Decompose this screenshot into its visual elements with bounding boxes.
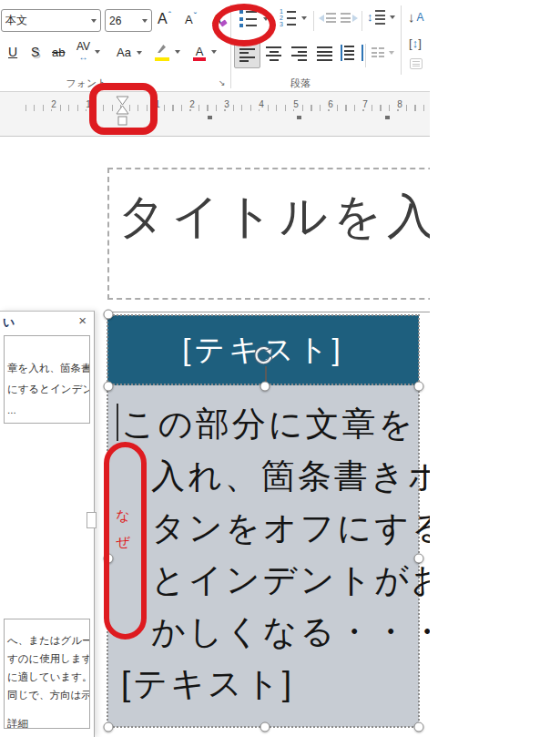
text-shadow-icon: S — [31, 45, 39, 59]
answer-box: へ、またはグループ分すのに使用します。に適しています。どの同じで、方向は示さ 詳… — [4, 619, 90, 729]
selection-handle[interactable] — [414, 554, 424, 564]
pane-text-line: 同じで、方向は示さ — [5, 686, 89, 704]
shrink-font-button[interactable]: Aˇ — [185, 13, 197, 26]
chevron-down-icon — [95, 50, 100, 54]
align-text-vertical-button[interactable]: [↕] — [409, 36, 422, 50]
increase-indent-button[interactable] — [341, 13, 358, 23]
justify-button[interactable] — [317, 46, 332, 61]
chevron-down-icon — [211, 50, 217, 54]
grow-font-icon: A — [158, 11, 168, 27]
selection-top-edge — [107, 312, 430, 312]
help-pane: い × 章を入れ、箇条書にするとインデントが... へ、またはグループ分すのに使… — [0, 311, 95, 737]
ruler-number: 4 — [257, 99, 266, 109]
numbered-list-button[interactable]: 123 — [280, 9, 307, 26]
distribute-text-button[interactable] — [341, 45, 363, 61]
change-case-icon: Aa — [117, 46, 131, 59]
strikethrough-button[interactable]: ab — [52, 46, 65, 59]
underline-button[interactable]: U — [8, 45, 17, 59]
decrease-indent-button[interactable] — [319, 13, 336, 23]
chevron-down-icon — [301, 16, 307, 20]
chevron-down-icon — [389, 51, 394, 55]
divider — [365, 44, 366, 67]
tab-stop-marker[interactable] — [208, 116, 212, 119]
font-dialog-launcher[interactable]: ↘ — [219, 78, 226, 87]
line-spacing-button[interactable]: ↕ — [367, 10, 395, 25]
title-placeholder-text: タイトルを入 — [117, 185, 430, 249]
change-case-button[interactable]: Aa — [117, 46, 142, 59]
character-spacing-icon: AV ↔ — [76, 42, 90, 62]
question-box[interactable]: 章を入れ、箇条書にするとインデントが... — [4, 335, 90, 424]
close-icon[interactable]: × — [78, 312, 87, 328]
pane-text-line: すのに使用します。 — [5, 650, 89, 668]
increase-indent-icon — [352, 15, 358, 22]
text-direction-button[interactable]: ↓ A — [408, 9, 424, 25]
tab-stop-marker[interactable] — [385, 116, 390, 119]
text-shadow-button[interactable]: S — [31, 45, 39, 59]
textbox-body-line: この部分に文章を — [121, 402, 415, 447]
align-left-icon — [239, 48, 255, 63]
chevron-down-icon — [175, 50, 180, 54]
help-pane-title: い — [3, 314, 15, 331]
screenshot-canvas: 本文 26 Aˆ Aˇ A 123 — [0, 0, 560, 737]
highlight-color-button[interactable] — [155, 44, 180, 60]
divider — [313, 11, 314, 31]
pane-text-line: に適しています。どの — [5, 668, 89, 686]
selection-handle[interactable] — [104, 722, 114, 732]
font-size-combobox[interactable]: 26 — [105, 9, 152, 32]
selection-handle[interactable] — [414, 722, 424, 732]
selection-handle[interactable] — [260, 382, 270, 392]
decrease-indent-icon — [319, 15, 324, 22]
selection-handle[interactable] — [104, 310, 114, 320]
annotation-naze-text: なぜ — [115, 502, 131, 555]
align-right-button[interactable] — [291, 46, 307, 61]
font-color-button[interactable]: A — [193, 43, 217, 60]
underline-icon: U — [8, 45, 17, 59]
text-cursor — [117, 404, 118, 441]
columns-button[interactable] — [372, 47, 394, 57]
divider — [401, 5, 402, 75]
pane-text-line: にするとインデントが — [5, 379, 89, 400]
selection-handle[interactable] — [104, 382, 114, 392]
ruler-number: 6 — [326, 99, 335, 109]
numbered-list-icon: 123 — [280, 9, 296, 26]
font-color-icon: A — [193, 43, 206, 60]
chevron-down-icon — [390, 15, 395, 19]
divider — [361, 11, 362, 31]
chevron-down-icon — [137, 51, 142, 55]
font-size-value: 26 — [109, 15, 121, 27]
more-details-link[interactable]: 詳細 — [5, 717, 89, 729]
textbox-body-line: タンをオフにする — [151, 506, 430, 551]
pane-text-line: ... — [5, 400, 89, 421]
strikethrough-icon: ab — [52, 46, 65, 59]
ruler[interactable]: 2112345678 — [0, 92, 430, 137]
text-direction-icon: ↓ — [408, 9, 415, 25]
highlighter-icon — [155, 44, 169, 60]
textbox-body-line: [テキスト] — [121, 661, 294, 707]
app-window: 本文 26 Aˆ Aˇ A 123 — [0, 0, 430, 737]
selection-handle[interactable] — [260, 722, 270, 732]
ruler-number: 2 — [49, 99, 58, 109]
convert-to-smartart-button[interactable] — [410, 58, 423, 69]
align-center-button[interactable] — [266, 46, 281, 61]
ruler-number: 3 — [222, 99, 231, 109]
rotate-handle-icon[interactable] — [251, 343, 277, 369]
annotation-circle-bullet-button — [212, 4, 276, 46]
justify-icon — [317, 46, 332, 61]
selection-handle[interactable] — [414, 382, 424, 392]
tab-stop-marker[interactable] — [297, 116, 301, 119]
ruler-number: 2 — [188, 99, 197, 109]
character-spacing-button[interactable]: AV ↔ — [76, 42, 100, 62]
align-right-icon — [291, 46, 307, 61]
ribbon-font-paragraph-groups: 本文 26 Aˆ Aˇ A 123 — [0, 0, 430, 92]
pane-text-line: へ、またはグループ分 — [5, 631, 89, 650]
font-name-combobox[interactable]: 本文 — [1, 9, 101, 32]
textbox-body-line: とインデントがお — [151, 558, 430, 603]
grow-font-button[interactable]: Aˆ — [158, 11, 171, 27]
font-name-value: 本文 — [5, 13, 27, 28]
shrink-font-icon: A — [185, 13, 193, 26]
ruler-number: 5 — [291, 99, 300, 109]
columns-icon — [372, 47, 377, 57]
distribute-text-icon — [344, 46, 360, 60]
textbox-body-line: 入れ、箇条書きボ — [151, 454, 430, 499]
pane-text-line: 章を入れ、箇条書 — [5, 358, 89, 379]
